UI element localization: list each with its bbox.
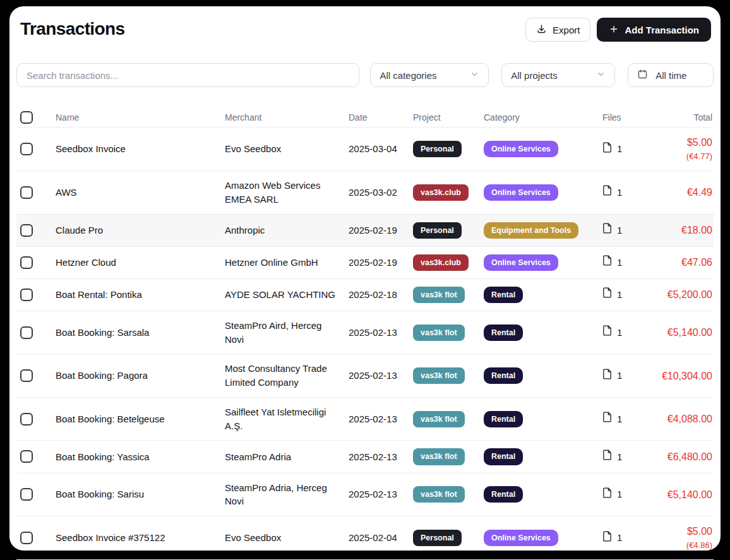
project-cell: Personal (408, 133, 479, 165)
search-input[interactable] (16, 63, 359, 87)
table-row[interactable]: Seedbox Invoice #375122 Evo Seedbox 2025… (16, 516, 714, 560)
add-transaction-button[interactable]: Add Transaction (597, 18, 711, 42)
table-row[interactable]: Boat Rental: Pontika AYDE SOLAR YACHTING… (16, 279, 714, 311)
row-checkbox[interactable] (20, 289, 33, 301)
add-transaction-button-label: Add Transaction (625, 25, 699, 35)
project-cell: vas3k flot (408, 441, 479, 472)
total-amount: €4.49 (642, 185, 712, 200)
project-badge[interactable]: vas3k flot (413, 367, 465, 384)
transactions-page: Transactions Export Add Transaction (9, 6, 721, 551)
category-badge[interactable]: Rental (484, 448, 523, 465)
export-button[interactable]: Export (525, 18, 590, 42)
row-checkbox[interactable] (20, 532, 33, 544)
select-all-checkbox[interactable] (20, 111, 33, 124)
category-cell: Online Services (479, 522, 597, 554)
files-cell: 1 (597, 480, 637, 509)
row-checkbox-cell (16, 450, 51, 463)
row-checkbox[interactable] (20, 256, 33, 269)
category-badge[interactable]: Rental (484, 367, 523, 384)
file-icon (602, 325, 612, 340)
row-checkbox[interactable] (20, 369, 33, 382)
export-button-label: Export (553, 25, 580, 35)
table-row[interactable]: AWS Amazon Web Services EMEA SARL 2025-0… (16, 171, 714, 215)
column-header-name: Name (51, 104, 220, 131)
row-checkbox-cell (16, 289, 51, 301)
row-checkbox[interactable] (20, 413, 33, 426)
files-cell: 1 (597, 247, 637, 277)
project-badge[interactable]: Personal (413, 530, 462, 546)
table-row[interactable]: Boat Booking: Betelgeuse Sailfleet Yat I… (16, 398, 714, 441)
table-row[interactable]: Claude Pro Anthropic 2025-02-19 Personal… (16, 215, 714, 247)
transaction-date: 2025-02-13 (344, 361, 408, 390)
project-badge[interactable]: vas3k flot (413, 325, 465, 341)
project-badge[interactable]: vas3k.club (413, 184, 469, 201)
category-cell: Online Services (479, 133, 597, 165)
transaction-merchant: Evo Seedbox (220, 134, 344, 164)
transaction-merchant: AYDE SOLAR YACHTING (220, 280, 344, 309)
project-badge[interactable]: vas3k flot (413, 486, 465, 503)
files-cell: 1 (597, 523, 637, 553)
categories-filter[interactable]: All categories (370, 63, 489, 87)
row-checkbox[interactable] (20, 186, 33, 199)
file-icon (602, 223, 612, 237)
file-icon (602, 185, 612, 200)
category-badge[interactable]: Online Services (484, 254, 558, 271)
files-cell: 1 (597, 280, 637, 309)
table-row[interactable]: Hetzner Cloud Hetzner Online GmbH 2025-0… (16, 247, 714, 279)
time-filter[interactable]: All time (628, 63, 714, 87)
table-row[interactable]: Boat Booking: Pagora Most Consultancy Tr… (16, 354, 714, 398)
category-badge[interactable]: Online Services (484, 184, 558, 201)
files-cell: 1 (597, 442, 637, 472)
row-checkbox[interactable] (20, 143, 33, 155)
total-cell: €47.06 (637, 247, 714, 277)
category-badge[interactable]: Rental (484, 486, 523, 503)
category-badge[interactable]: Online Services (484, 530, 558, 546)
file-icon (602, 287, 612, 302)
files-cell: 1 (597, 361, 637, 391)
row-checkbox-cell (16, 369, 51, 382)
files-count: 1 (617, 450, 622, 464)
transaction-date: 2025-03-02 (344, 178, 408, 207)
table-row[interactable]: Boat Booking: Sarsala SteamPro Aird, Her… (16, 311, 714, 355)
transaction-date: 2025-03-04 (344, 134, 408, 164)
project-badge[interactable]: vas3k.club (413, 254, 469, 271)
total-secondary: (€4.86) (642, 540, 712, 552)
project-badge[interactable]: vas3k flot (413, 448, 465, 465)
row-checkbox[interactable] (20, 326, 33, 339)
total-amount: €47.06 (642, 255, 712, 270)
category-badge[interactable]: Rental (484, 287, 523, 303)
column-header-date: Date (344, 104, 408, 131)
project-badge[interactable]: Personal (413, 141, 462, 157)
row-checkbox[interactable] (20, 488, 33, 501)
transaction-merchant: Sailfleet Yat Isletmeciligi A.Ş. (220, 398, 344, 441)
category-cell: Rental (479, 279, 597, 311)
table-row[interactable]: Seedbox Invoice Evo Seedbox 2025-03-04 P… (16, 128, 714, 171)
row-checkbox[interactable] (20, 450, 33, 463)
category-badge[interactable]: Equipment and Tools (484, 222, 578, 239)
page-title: Transactions (19, 18, 125, 39)
files-count: 1 (617, 256, 622, 270)
row-checkbox[interactable] (20, 224, 33, 237)
files-cell: 1 (597, 177, 637, 207)
total-cell: €5,140.00 (637, 480, 714, 509)
projects-filter[interactable]: All projects (501, 63, 615, 87)
project-badge[interactable]: Personal (413, 222, 462, 239)
transaction-name: Seedbox Invoice (51, 134, 220, 164)
total-cell: €10,304.00 (637, 361, 714, 391)
total-amount: €10,304.00 (642, 369, 712, 383)
category-cell: Rental (479, 317, 597, 349)
project-cell: Personal (408, 522, 479, 554)
category-badge[interactable]: Rental (484, 325, 523, 341)
table-row[interactable]: Boat Booking: Yassica SteamPro Adria 202… (16, 441, 714, 473)
category-badge[interactable]: Rental (484, 411, 523, 427)
project-badge[interactable]: vas3k flot (413, 287, 465, 303)
files-cell: 1 (597, 215, 637, 245)
project-badge[interactable]: vas3k flot (413, 411, 465, 427)
total-amount: €6,480.00 (642, 450, 712, 464)
files-count: 1 (617, 531, 622, 545)
table-row[interactable]: Boat Booking: Sarisu SteamPro Adria, Her… (16, 474, 714, 517)
transaction-date: 2025-02-13 (344, 443, 408, 472)
transaction-merchant: SteamPro Adria, Herceg Novi (220, 474, 344, 516)
category-cell: Rental (479, 360, 597, 391)
category-badge[interactable]: Online Services (484, 141, 558, 157)
